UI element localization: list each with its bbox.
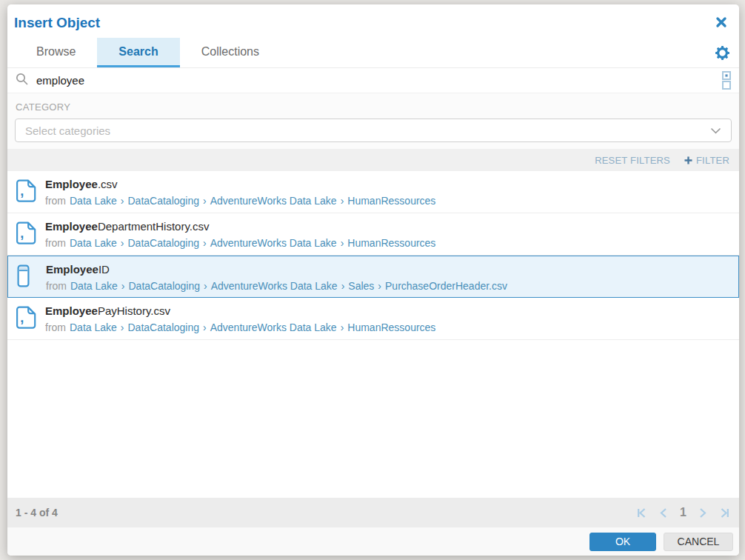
result-body: Employee.csvfromData Lake›DataCataloging…	[45, 177, 435, 208]
dialog-footer: OK CANCEL	[7, 527, 739, 556]
next-page-button[interactable]	[698, 507, 707, 519]
path-separator: ›	[341, 195, 344, 207]
category-label: CATEGORY	[16, 101, 732, 113]
result-body: EmployeePayHistory.csvfromData Lake›Data…	[45, 304, 435, 335]
result-path: fromData Lake›DataCataloging›AdventureWo…	[45, 194, 435, 208]
filter-actions-bar: RESET FILTERS FILTER	[7, 149, 739, 171]
path-segment: Data Lake	[70, 195, 117, 207]
result-title: EmployeePayHistory.csv	[45, 304, 435, 319]
path-segment: PurchaseOrderHeader.csv	[385, 280, 507, 292]
path-segment: AdventureWorks Data Lake	[210, 321, 337, 333]
result-title: EmployeeID	[46, 262, 507, 277]
result-title-rest: ID	[98, 263, 110, 276]
result-title-rest: .csv	[98, 178, 118, 190]
view-toggle-icon[interactable]	[718, 71, 731, 90]
pagination-bar: 1 - 4 of 4 1	[7, 498, 739, 527]
path-separator: ›	[203, 195, 207, 207]
result-title-match: Employee	[46, 263, 98, 276]
list-item[interactable]: ,Employee.csvfromData Lake›DataCatalogin…	[7, 171, 739, 213]
path-segment: HumanRessources	[347, 237, 435, 249]
path-segment: Sales	[348, 280, 374, 292]
tab-collections[interactable]: Collections	[180, 38, 281, 67]
result-path: fromData Lake›DataCataloging›AdventureWo…	[46, 279, 507, 293]
result-title: Employee.csv	[45, 177, 435, 192]
result-title-match: Employee	[45, 178, 98, 190]
result-path: fromData Lake›DataCataloging›AdventureWo…	[45, 236, 435, 250]
path-separator: ›	[121, 237, 124, 249]
result-path: fromData Lake›DataCataloging›AdventureWo…	[45, 321, 435, 335]
path-separator: ›	[121, 195, 124, 207]
from-label: from	[45, 237, 66, 249]
column-icon	[17, 264, 39, 290]
path-segment: AdventureWorks Data Lake	[210, 195, 337, 207]
path-separator: ›	[378, 280, 381, 292]
category-select[interactable]: Select categories	[15, 119, 732, 142]
search-input[interactable]	[35, 73, 718, 87]
result-title-rest: PayHistory.csv	[98, 304, 170, 317]
path-separator: ›	[121, 280, 125, 292]
path-segment: DataCataloging	[128, 237, 200, 249]
path-segment: Data Lake	[70, 237, 117, 249]
current-page-number: 1	[680, 506, 686, 519]
result-title-match: Employee	[45, 304, 98, 317]
csv-file-icon: ,	[16, 306, 39, 332]
category-select-placeholder: Select categories	[25, 124, 110, 137]
result-body: EmployeeIDfromData Lake›DataCataloging›A…	[46, 262, 507, 293]
result-body: EmployeeDepartmentHistory.csvfromData La…	[45, 219, 435, 250]
svg-text:,: ,	[20, 226, 24, 241]
search-icon	[16, 73, 28, 88]
path-segment: DataCataloging	[129, 280, 201, 292]
tab-browse-label: Browse	[36, 45, 76, 59]
pagination-range: 1 - 4 of 4	[16, 507, 58, 519]
svg-text:,: ,	[20, 184, 24, 199]
path-segment: AdventureWorks Data Lake	[210, 237, 337, 249]
path-segment: HumanRessources	[347, 195, 435, 207]
search-results-list: ,Employee.csvfromData Lake›DataCatalogin…	[7, 171, 739, 340]
chevron-down-icon	[710, 127, 721, 134]
list-item[interactable]: EmployeeIDfromData Lake›DataCataloging›A…	[7, 256, 739, 298]
path-separator: ›	[203, 321, 207, 333]
path-separator: ›	[204, 280, 207, 292]
path-segment: DataCataloging	[128, 195, 200, 207]
close-icon[interactable]	[712, 15, 730, 33]
add-filter-button[interactable]: FILTER	[684, 155, 729, 166]
list-item[interactable]: ,EmployeeDepartmentHistory.csvfromData L…	[7, 213, 739, 256]
path-separator: ›	[203, 237, 207, 249]
gear-icon[interactable]	[715, 38, 739, 67]
tab-browse[interactable]: Browse	[15, 38, 97, 67]
category-filter-section: CATEGORY Select categories	[7, 93, 739, 149]
search-bar	[7, 68, 739, 93]
tab-collections-label: Collections	[201, 45, 259, 59]
cancel-button[interactable]: CANCEL	[664, 533, 733, 551]
path-segment: Data Lake	[70, 280, 118, 292]
csv-file-icon: ,	[16, 179, 39, 205]
from-label: from	[45, 321, 66, 333]
results-empty-area	[7, 340, 739, 498]
add-filter-label: FILTER	[696, 155, 729, 166]
first-page-button[interactable]	[637, 507, 648, 519]
svg-text:,: ,	[20, 310, 24, 325]
path-segment: HumanRessources	[347, 321, 435, 333]
plus-icon	[684, 156, 692, 164]
path-segment: AdventureWorks Data Lake	[211, 280, 338, 292]
path-separator: ›	[341, 321, 344, 333]
path-separator: ›	[341, 237, 344, 249]
dialog-title: Insert Object	[14, 15, 100, 31]
insert-object-dialog: Insert Object Browse Search Collections	[7, 4, 739, 556]
from-label: from	[46, 280, 67, 292]
previous-page-button[interactable]	[659, 507, 668, 519]
last-page-button[interactable]	[718, 507, 729, 519]
ok-button[interactable]: OK	[589, 533, 656, 551]
result-title-match: Employee	[45, 220, 98, 233]
tab-search-label: Search	[118, 45, 158, 59]
path-segment: DataCataloging	[128, 321, 200, 333]
pager-controls: 1	[637, 506, 729, 519]
reset-filters-button[interactable]: RESET FILTERS	[595, 155, 670, 166]
tab-bar: Browse Search Collections	[7, 38, 739, 68]
path-separator: ›	[341, 280, 345, 292]
csv-file-icon: ,	[16, 221, 39, 247]
path-separator: ›	[121, 321, 124, 333]
list-item[interactable]: ,EmployeePayHistory.csvfromData Lake›Dat…	[7, 298, 739, 340]
path-segment: Data Lake	[70, 321, 117, 333]
tab-search[interactable]: Search	[97, 38, 179, 67]
